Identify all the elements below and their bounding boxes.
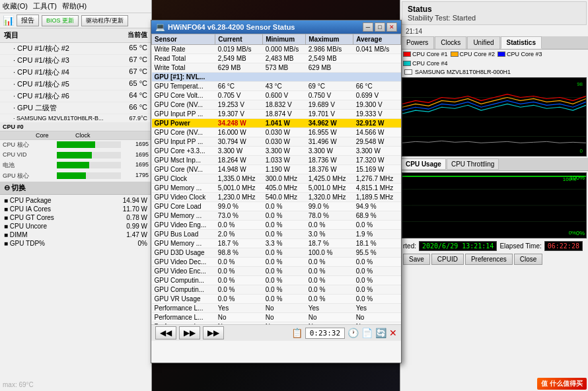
power-item-dimm: ■ DIMM 1.47 W (3, 231, 149, 239)
table-row[interactable]: GPU Bus Load2.0 %0.0 %3.0 %1.9 % (152, 230, 401, 239)
left-panel: 收藏(O) 工具(T) 帮助(H) 📊 报告 BIOS 更新 驱动程序/更新 项… (0, 0, 152, 391)
list-item[interactable]: · CPU #1/核心 #3 67 °C (0, 55, 151, 67)
save-button[interactable]: Save (403, 254, 430, 265)
col-average: Average (353, 34, 401, 45)
legend-core3: CPU Core #3 (497, 51, 542, 57)
badge-text: 值 什么值得买 (537, 378, 587, 390)
close-icon: ✕ (389, 328, 397, 338)
table-row[interactable]: GPU VR Usage0.0 %0.0 %0.0 %0.0 % (152, 295, 401, 304)
table-row[interactable]: GPU Core Load99.0 %0.0 %99.0 %94.9 % (152, 202, 401, 211)
nav-forward2-button[interactable]: ▶▶ (203, 326, 224, 339)
maximize-button[interactable]: □ (375, 22, 385, 32)
time-section: 21:14 (400, 26, 588, 36)
power-item-package: ■ CPU Package 14.94 W (3, 196, 149, 205)
copy-icon: 📋 (291, 328, 303, 338)
menu-collect[interactable]: 收藏(O) (3, 1, 28, 11)
table-row[interactable]: GPU Video Clock1,230.0 MHz540.0 MHz1,320… (152, 193, 401, 202)
list-item[interactable]: · CPU #1/核心 #5 65 °C (0, 79, 151, 90)
table-row[interactable]: GPU Memory ...18.7 %3.3 %18.7 %18.1 % (152, 239, 401, 248)
minimize-button[interactable]: ─ (363, 22, 373, 32)
preferences-button[interactable]: Preferences (465, 254, 513, 265)
table-row[interactable]: GPU Msct Inp...18.264 W1.033 W18.736 W17… (152, 156, 401, 165)
watermark: max: 69°C (3, 381, 34, 388)
nav-back-button[interactable]: ◀◀ (155, 326, 176, 339)
projects-header: 项目 当前值 (0, 28, 151, 43)
tab-powers[interactable]: Powers (400, 36, 434, 49)
hwinfo-title: HWiNFO64 v6.28-4200 Sensor Status (168, 23, 295, 31)
tab-bar: Powers Clocks Unified Statistics (400, 36, 588, 50)
table-row[interactable]: GPU Video Eng...0.0 %0.0 %0.0 %0.0 % (152, 221, 401, 230)
table-row[interactable]: GPU Memory ...5,001.0 MHz405.0 MHz5,001.… (152, 184, 401, 193)
bottom-buttons: Save CPUID Preferences Close (400, 252, 588, 266)
voltage-row-4: GPU 核心 1795 (0, 171, 151, 182)
usage-tab-bar: CPU Usage CPU Throttling (400, 158, 588, 171)
list-item[interactable]: · CPU #1/核心 #4 67 °C (0, 67, 151, 79)
elapsed-label: Elapsed Time: (499, 242, 541, 250)
table-row[interactable]: GPU Core (NV...14.948 W1.190 W18.376 W15… (152, 165, 401, 174)
table-row[interactable]: Write Total629 MB573 MB629 MB (152, 63, 401, 73)
table-row[interactable]: Write Rate0.019 MB/s0.000 MB/s2.986 MB/s… (152, 45, 401, 54)
cpu-section: CPU #0 (0, 123, 151, 131)
chart-icon: 📊 (3, 15, 14, 26)
sensor-table-scroll[interactable]: Sensor Current Minimum Maximum Average W… (151, 34, 401, 324)
table-row[interactable]: GPU Clock1,335.0 MHz300.0 MHz1,425.0 MHz… (152, 174, 401, 184)
table-row[interactable]: GPU Core (NV...19.253 V18.832 V19.689 V1… (152, 100, 401, 110)
table-row[interactable]: GPU Computin...0.0 %0.0 %0.0 %0.0 % (152, 285, 401, 295)
table-row[interactable]: GPU Temperat...66 °C43 °C69 °C66 °C (152, 82, 401, 91)
cpuid-button[interactable]: CPUID (431, 254, 464, 265)
sensor-table: Sensor Current Minimum Maximum Average W… (151, 34, 401, 324)
list-item[interactable]: · GPU 二级管 66 °C (0, 102, 151, 114)
table-row[interactable]: GPU [#1]: NVL... (152, 73, 401, 82)
samsung-label: SAMSUNG MZVL81T0H8LR-000H1 (415, 69, 511, 75)
driver-button[interactable]: 驱动程序/更新 (81, 15, 128, 26)
tab-cpu-usage[interactable]: CPU Usage (401, 159, 446, 170)
list-item[interactable]: · SAMSUNG M2VL81T0H8LR-B... 67.9°C (0, 114, 151, 123)
legend-core4: CPU Core #4 (403, 60, 448, 67)
voltage-grid-header: Core Clock (0, 131, 151, 140)
collapse-icon: ⊖ (4, 184, 10, 192)
table-row[interactable]: GPU Core Volt...0.705 V0.600 V0.750 V0.6… (152, 91, 401, 100)
chart-0-label: 0% (576, 230, 585, 236)
tab-unified[interactable]: Unified (467, 36, 499, 49)
list-item[interactable]: · CPU #1/核心 #2 65 °C (0, 43, 151, 55)
bios-button[interactable]: BIOS 更新 (42, 15, 79, 26)
nav-forward-button[interactable]: ▶▶ (179, 326, 200, 339)
table-row[interactable]: GPU D3D Usage98.8 %0.0 %100.0 %95.5 % (152, 248, 401, 258)
table-row[interactable]: GPU Input PP ...19.307 V18.874 V19.701 V… (152, 110, 401, 119)
power-item-gt-cores: ■ CPU GT Cores 0.78 W (3, 213, 149, 222)
report-button[interactable]: 报告 (17, 15, 39, 26)
tab-cpu-throttling[interactable]: CPU Throttling (447, 159, 499, 170)
switch-section[interactable]: ⊖ 切换 (0, 182, 151, 195)
svg-text:0%: 0% (569, 230, 576, 236)
table-row[interactable]: Read Total2,549 MB2,483 MB2,549 MB (152, 54, 401, 63)
close-main-button[interactable]: Close (514, 254, 543, 265)
table-row[interactable]: GPU Core +3.3...3.300 W3.300 W3.300 W3.3… (152, 147, 401, 156)
table-row[interactable]: Performance L...YesNoYesYes (152, 304, 401, 313)
chart-legend: CPU Core #1 CPU Core #2 CPU Core #3 CPU … (400, 50, 588, 68)
table-row[interactable]: GPU Computin...0.0 %0.0 %0.0 %0.0 % (152, 276, 401, 285)
right-panel: Status Stability Test: Started 21:14 Pow… (400, 0, 588, 391)
time-display: 0:23:32 (305, 328, 345, 339)
switch-label: 切换 (11, 183, 26, 193)
table-row[interactable]: GPU Video Dec...0.0 %0.0 %0.0 %0.0 % (152, 258, 401, 267)
table-row[interactable]: GPU Core (NV...16.000 W0.030 W16.955 W14… (152, 128, 401, 137)
col-sensor: Sensor (152, 34, 215, 45)
list-item[interactable]: · CPU #1/核心 #6 64 °C (0, 90, 151, 102)
tab-statistics[interactable]: Statistics (501, 36, 542, 49)
menu-tools[interactable]: 工具(T) (33, 1, 57, 11)
power-item-gpu-tdp: ■ GPU TDP% 0% (3, 239, 149, 248)
tab-clocks[interactable]: Clocks (435, 36, 466, 49)
table-row[interactable]: GPU Power34.248 W1.041 W34.962 W32.912 W (152, 119, 401, 128)
close-button[interactable]: ✕ (386, 22, 397, 32)
cpu-chart: 100% 0% 100% 0% (402, 172, 587, 238)
table-row[interactable]: Performance L...NoNoNoNo (152, 313, 401, 322)
status-label: Status (408, 5, 581, 14)
table-row[interactable]: GPU Memory ...73.0 %0.0 %78.0 %68.9 % (152, 211, 401, 221)
menu-bar: 收藏(O) 工具(T) 帮助(H) (0, 0, 151, 13)
menu-help[interactable]: 帮助(H) (62, 1, 87, 11)
main-chart: 98 0 (402, 77, 587, 157)
table-row[interactable]: GPU Input PP ...30.794 W0.030 W31.496 W2… (152, 137, 401, 147)
table-row[interactable]: GPU Video Enc...0.0 %0.0 %0.0 %0.0 % (152, 267, 401, 276)
col-current: Current (215, 34, 263, 45)
window-controls: ─ □ ✕ (363, 22, 397, 32)
